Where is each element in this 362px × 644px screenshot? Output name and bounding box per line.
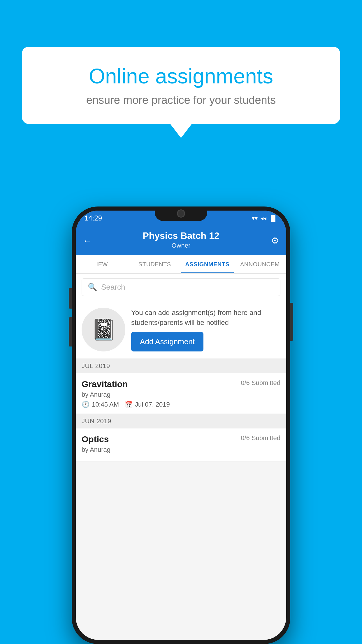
bubble-subtitle: ensure more practice for your students: [42, 94, 320, 106]
tab-students[interactable]: STUDENTS: [129, 255, 181, 273]
calendar-icon: 📅: [125, 401, 133, 408]
front-camera: [177, 209, 185, 218]
assignment-date: 📅 Jul 07, 2019: [125, 401, 170, 408]
promo-icon-circle: 📓: [82, 308, 125, 351]
phone-frame: 14:29 ▾▾ ◂◂ ▐▌ ← Physics Batch 12 Owner …: [72, 206, 290, 644]
notebook-icon: 📓: [91, 318, 116, 342]
app-header: ← Physics Batch 12 Owner ⚙: [76, 226, 286, 255]
assignment-name: Optics: [82, 434, 109, 444]
tab-announcements[interactable]: ANNOUNCEM: [234, 255, 287, 273]
section-header-jul: JUL 2019: [76, 359, 286, 373]
speech-bubble: Online assignments ensure more practice …: [22, 47, 340, 124]
status-time: 14:29: [85, 214, 102, 222]
add-assignment-button[interactable]: Add Assignment: [131, 332, 203, 351]
assignment-author: by Anurag: [82, 446, 280, 454]
phone-notch: [155, 206, 207, 221]
search-icon: 🔍: [88, 283, 97, 292]
submitted-count: 0/6 Submitted: [241, 434, 280, 442]
promo-description: You can add assignment(s) from here and …: [131, 308, 280, 327]
assignment-meta: 🕐 10:45 AM 📅 Jul 07, 2019: [82, 401, 280, 408]
assignment-row: Optics 0/6 Submitted: [82, 434, 280, 444]
header-title: Physics Batch 12: [83, 230, 279, 241]
tabs-bar: IEW STUDENTS ASSIGNMENTS ANNOUNCEM: [76, 255, 286, 274]
settings-button[interactable]: ⚙: [271, 235, 279, 246]
tab-iew[interactable]: IEW: [76, 255, 129, 273]
assignment-author: by Anurag: [82, 391, 280, 398]
wifi-icon: ▾▾: [252, 215, 258, 222]
status-icons: ▾▾ ◂◂ ▐▌: [252, 215, 277, 222]
bubble-title: Online assignments: [42, 64, 320, 88]
section-header-jun: JUN 2019: [76, 414, 286, 428]
submitted-count: 0/6 Submitted: [241, 379, 280, 387]
assignment-row: Gravitation 0/6 Submitted: [82, 379, 280, 389]
volume-down-button: [69, 317, 72, 346]
speech-bubble-container: Online assignments ensure more practice …: [22, 47, 340, 124]
clock-icon: 🕐: [82, 401, 89, 408]
volume-up-button: [69, 288, 72, 309]
header-subtitle: Owner: [83, 242, 279, 249]
search-input[interactable]: Search: [101, 283, 125, 292]
tab-assignments[interactable]: ASSIGNMENTS: [181, 255, 234, 273]
assignment-time: 🕐 10:45 AM: [82, 401, 119, 408]
assignment-item-optics[interactable]: Optics 0/6 Submitted by Anurag: [76, 428, 286, 461]
assignment-name: Gravitation: [82, 379, 128, 389]
assignment-item-gravitation[interactable]: Gravitation 0/6 Submitted by Anurag 🕐 10…: [76, 373, 286, 414]
search-container: 🔍 Search: [76, 274, 286, 301]
phone-screen: 14:29 ▾▾ ◂◂ ▐▌ ← Physics Batch 12 Owner …: [76, 211, 286, 640]
screen-content: 14:29 ▾▾ ◂◂ ▐▌ ← Physics Batch 12 Owner …: [76, 211, 286, 640]
phone-outer: 14:29 ▾▾ ◂◂ ▐▌ ← Physics Batch 12 Owner …: [72, 206, 290, 644]
battery-icon: ▐▌: [269, 215, 277, 222]
signal-icon: ◂◂: [261, 215, 266, 222]
search-bar[interactable]: 🔍 Search: [82, 278, 280, 296]
promo-section: 📓 You can add assignment(s) from here an…: [76, 301, 286, 359]
power-button: [290, 303, 293, 341]
promo-content: You can add assignment(s) from here and …: [131, 308, 280, 351]
back-button[interactable]: ←: [83, 235, 92, 246]
